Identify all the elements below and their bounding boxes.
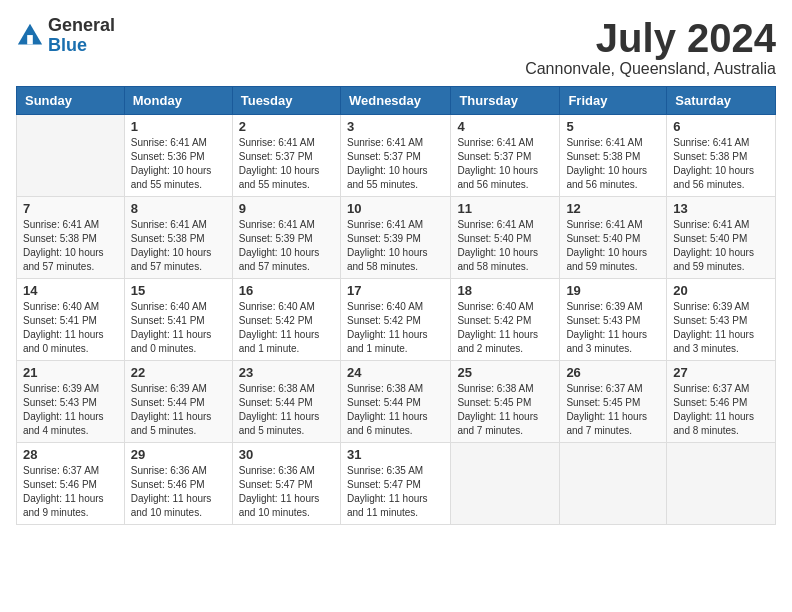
daylight-text: Daylight: 10 hours and 56 minutes. [673, 165, 754, 190]
daylight-text: Daylight: 11 hours and 6 minutes. [347, 411, 428, 436]
table-row [560, 443, 667, 525]
day-info: Sunrise: 6:40 AM Sunset: 5:42 PM Dayligh… [457, 300, 553, 356]
page-header: General Blue July 2024 Cannonvale, Queen… [16, 16, 776, 78]
day-info: Sunrise: 6:39 AM Sunset: 5:43 PM Dayligh… [566, 300, 660, 356]
daylight-text: Daylight: 10 hours and 57 minutes. [131, 247, 212, 272]
sunset-text: Sunset: 5:40 PM [457, 233, 531, 244]
day-info: Sunrise: 6:40 AM Sunset: 5:42 PM Dayligh… [347, 300, 444, 356]
col-sunday: Sunday [17, 87, 125, 115]
sunset-text: Sunset: 5:38 PM [131, 233, 205, 244]
daylight-text: Daylight: 11 hours and 8 minutes. [673, 411, 754, 436]
daylight-text: Daylight: 11 hours and 9 minutes. [23, 493, 104, 518]
table-row: 20 Sunrise: 6:39 AM Sunset: 5:43 PM Dayl… [667, 279, 776, 361]
daylight-text: Daylight: 11 hours and 5 minutes. [239, 411, 320, 436]
sunrise-text: Sunrise: 6:37 AM [23, 465, 99, 476]
day-info: Sunrise: 6:41 AM Sunset: 5:40 PM Dayligh… [673, 218, 769, 274]
table-row [451, 443, 560, 525]
sunset-text: Sunset: 5:44 PM [347, 397, 421, 408]
sunrise-text: Sunrise: 6:39 AM [566, 301, 642, 312]
daylight-text: Daylight: 11 hours and 3 minutes. [673, 329, 754, 354]
sunrise-text: Sunrise: 6:39 AM [673, 301, 749, 312]
day-number: 13 [673, 201, 769, 216]
day-number: 7 [23, 201, 118, 216]
table-row: 8 Sunrise: 6:41 AM Sunset: 5:38 PM Dayli… [124, 197, 232, 279]
day-number: 18 [457, 283, 553, 298]
sunrise-text: Sunrise: 6:40 AM [131, 301, 207, 312]
col-monday: Monday [124, 87, 232, 115]
table-row: 9 Sunrise: 6:41 AM Sunset: 5:39 PM Dayli… [232, 197, 340, 279]
sunset-text: Sunset: 5:42 PM [347, 315, 421, 326]
col-friday: Friday [560, 87, 667, 115]
day-info: Sunrise: 6:38 AM Sunset: 5:45 PM Dayligh… [457, 382, 553, 438]
day-info: Sunrise: 6:40 AM Sunset: 5:41 PM Dayligh… [131, 300, 226, 356]
sunset-text: Sunset: 5:41 PM [131, 315, 205, 326]
day-info: Sunrise: 6:41 AM Sunset: 5:36 PM Dayligh… [131, 136, 226, 192]
day-info: Sunrise: 6:37 AM Sunset: 5:46 PM Dayligh… [673, 382, 769, 438]
day-number: 11 [457, 201, 553, 216]
day-number: 4 [457, 119, 553, 134]
sunrise-text: Sunrise: 6:41 AM [131, 219, 207, 230]
table-row: 24 Sunrise: 6:38 AM Sunset: 5:44 PM Dayl… [340, 361, 450, 443]
logo-icon [16, 22, 44, 50]
sunset-text: Sunset: 5:42 PM [457, 315, 531, 326]
day-info: Sunrise: 6:39 AM Sunset: 5:43 PM Dayligh… [23, 382, 118, 438]
day-number: 28 [23, 447, 118, 462]
sunrise-text: Sunrise: 6:40 AM [347, 301, 423, 312]
sunset-text: Sunset: 5:44 PM [131, 397, 205, 408]
sunrise-text: Sunrise: 6:41 AM [239, 137, 315, 148]
calendar-week-row: 7 Sunrise: 6:41 AM Sunset: 5:38 PM Dayli… [17, 197, 776, 279]
daylight-text: Daylight: 10 hours and 55 minutes. [347, 165, 428, 190]
title-section: July 2024 Cannonvale, Queensland, Austra… [525, 16, 776, 78]
day-number: 23 [239, 365, 334, 380]
day-number: 29 [131, 447, 226, 462]
day-number: 14 [23, 283, 118, 298]
table-row [17, 115, 125, 197]
sunset-text: Sunset: 5:38 PM [566, 151, 640, 162]
sunset-text: Sunset: 5:38 PM [673, 151, 747, 162]
day-info: Sunrise: 6:35 AM Sunset: 5:47 PM Dayligh… [347, 464, 444, 520]
table-row: 31 Sunrise: 6:35 AM Sunset: 5:47 PM Dayl… [340, 443, 450, 525]
day-number: 15 [131, 283, 226, 298]
col-wednesday: Wednesday [340, 87, 450, 115]
col-thursday: Thursday [451, 87, 560, 115]
sunrise-text: Sunrise: 6:41 AM [566, 137, 642, 148]
day-info: Sunrise: 6:40 AM Sunset: 5:41 PM Dayligh… [23, 300, 118, 356]
table-row: 19 Sunrise: 6:39 AM Sunset: 5:43 PM Dayl… [560, 279, 667, 361]
sunrise-text: Sunrise: 6:41 AM [239, 219, 315, 230]
day-number: 9 [239, 201, 334, 216]
sunrise-text: Sunrise: 6:41 AM [347, 137, 423, 148]
table-row: 27 Sunrise: 6:37 AM Sunset: 5:46 PM Dayl… [667, 361, 776, 443]
sunrise-text: Sunrise: 6:40 AM [457, 301, 533, 312]
daylight-text: Daylight: 10 hours and 59 minutes. [566, 247, 647, 272]
sunset-text: Sunset: 5:37 PM [457, 151, 531, 162]
day-number: 3 [347, 119, 444, 134]
daylight-text: Daylight: 10 hours and 56 minutes. [457, 165, 538, 190]
month-title: July 2024 [525, 16, 776, 60]
sunset-text: Sunset: 5:45 PM [566, 397, 640, 408]
sunset-text: Sunset: 5:40 PM [566, 233, 640, 244]
table-row: 12 Sunrise: 6:41 AM Sunset: 5:40 PM Dayl… [560, 197, 667, 279]
day-number: 2 [239, 119, 334, 134]
sunset-text: Sunset: 5:43 PM [673, 315, 747, 326]
sunrise-text: Sunrise: 6:41 AM [131, 137, 207, 148]
daylight-text: Daylight: 10 hours and 58 minutes. [347, 247, 428, 272]
sunrise-text: Sunrise: 6:41 AM [673, 219, 749, 230]
day-info: Sunrise: 6:41 AM Sunset: 5:37 PM Dayligh… [347, 136, 444, 192]
day-info: Sunrise: 6:41 AM Sunset: 5:38 PM Dayligh… [673, 136, 769, 192]
day-number: 10 [347, 201, 444, 216]
daylight-text: Daylight: 11 hours and 1 minute. [239, 329, 320, 354]
sunset-text: Sunset: 5:43 PM [23, 397, 97, 408]
sunset-text: Sunset: 5:41 PM [23, 315, 97, 326]
day-info: Sunrise: 6:37 AM Sunset: 5:46 PM Dayligh… [23, 464, 118, 520]
sunset-text: Sunset: 5:36 PM [131, 151, 205, 162]
day-number: 12 [566, 201, 660, 216]
sunrise-text: Sunrise: 6:35 AM [347, 465, 423, 476]
sunset-text: Sunset: 5:44 PM [239, 397, 313, 408]
table-row: 11 Sunrise: 6:41 AM Sunset: 5:40 PM Dayl… [451, 197, 560, 279]
table-row: 18 Sunrise: 6:40 AM Sunset: 5:42 PM Dayl… [451, 279, 560, 361]
day-info: Sunrise: 6:41 AM Sunset: 5:38 PM Dayligh… [23, 218, 118, 274]
day-info: Sunrise: 6:39 AM Sunset: 5:43 PM Dayligh… [673, 300, 769, 356]
daylight-text: Daylight: 11 hours and 1 minute. [347, 329, 428, 354]
day-number: 31 [347, 447, 444, 462]
daylight-text: Daylight: 11 hours and 0 minutes. [131, 329, 212, 354]
